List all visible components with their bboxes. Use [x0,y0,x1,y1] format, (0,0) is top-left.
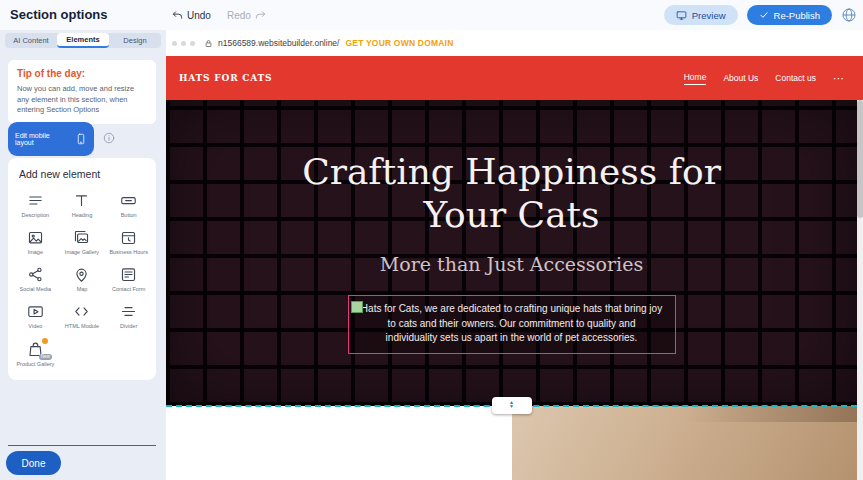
site-logo[interactable]: HATS FOR CATS [179,73,272,83]
add-element-panel: Add new element DescriptionHeadingButton… [8,158,156,380]
hero-heading[interactable]: Crafting Happiness for Your Cats [292,150,732,236]
nav-contact-us[interactable]: Contact us [775,73,816,83]
element-label: Button [121,212,137,219]
element-label: Image [28,249,43,256]
contact-form-icon [120,266,137,283]
url-text: n1566589.websitebuilder.online/ [218,38,339,48]
topbar-actions: Preview Re-Publish [664,0,857,30]
redo-icon [255,10,266,21]
element-label: Contact Form [112,286,145,293]
element-label: Heading [72,212,93,219]
element-business-hours[interactable]: Business Hours [106,229,152,256]
element-image[interactable]: Image [12,229,58,256]
sidebar: AI ContentElementsDesign Tip of the day:… [0,30,166,480]
tip-title: Tip of the day: [17,68,147,79]
done-button[interactable]: Done [6,451,61,475]
tip-card: Tip of the day: Now you can add, move an… [8,60,156,124]
element-label: HTML Module [65,323,99,330]
browser-chrome: n1566589.websitebuilder.online/ GET YOUR… [166,30,863,56]
nav-home[interactable]: Home [684,72,707,85]
element-label: Social Media [20,286,52,293]
hero-paragraph-box[interactable]: Hats for Cats, we are dedicated to craft… [348,295,676,354]
scrollbar[interactable] [857,56,863,480]
window-dot [190,41,195,46]
edit-mobile-label: Edit mobile layout [15,132,69,146]
republish-label: Re-Publish [774,10,820,21]
browser-preview: n1566589.websitebuilder.online/ GET YOUR… [166,30,863,480]
site-nav: HomeAbout UsContact us⋯ [684,72,844,85]
map-pin-icon [73,266,90,283]
handle-dots: ····· [506,408,518,411]
scrollbar-thumb[interactable] [857,100,863,218]
new-badge: New [39,354,52,360]
carpet-photo [512,406,857,480]
mobile-phone-icon [75,133,87,145]
window-dot [181,41,186,46]
element-label: Map [77,286,88,293]
element-image-gallery[interactable]: Image Gallery [59,229,105,256]
history-controls: Undo Redo [172,0,266,30]
element-map[interactable]: Map [59,266,105,293]
site-preview: HATS FOR CATS HomeAbout UsContact us⋯ Cr… [166,56,857,480]
add-element-title: Add new element [19,168,152,180]
nav-more-icon[interactable]: ⋯ [833,74,844,82]
republish-button[interactable]: Re-Publish [747,5,832,25]
tab-design[interactable]: Design [109,33,161,48]
element-drag-handle[interactable] [351,301,363,313]
tip-body: Now you can add, move and resize any ele… [17,84,147,116]
hero-section[interactable]: Crafting Happiness for Your Cats More th… [166,100,857,406]
add-element-grid: DescriptionHeadingButtonImageImage Galle… [12,192,152,368]
undo-label: Undo [187,10,211,21]
edit-mobile-row: Edit mobile layout [8,122,115,156]
tab-ai-content[interactable]: AI Content [5,33,57,48]
site-header: HATS FOR CATS HomeAbout UsContact us⋯ [166,56,857,100]
hero-subheading[interactable]: More than Just Accessories [166,253,857,275]
html-module-icon [73,303,90,320]
element-html-module[interactable]: HTML Module [59,303,105,330]
get-your-own-domain-link[interactable]: GET YOUR OWN DOMAIN [345,38,453,48]
section-resize-handle[interactable]: ▲ ▼ ····· [492,397,532,414]
preview-label: Preview [692,10,726,21]
element-contact-form[interactable]: Contact Form [106,266,152,293]
undo-button[interactable]: Undo [172,10,211,21]
element-label: Product Gallery [16,361,54,368]
element-social-media[interactable]: Social Media [12,266,58,293]
window-dot [172,41,177,46]
scrollbar-header-segment [857,56,863,100]
video-icon [27,303,44,320]
info-icon[interactable] [103,130,115,148]
hero-paragraph: Hats for Cats, we are dedicated to craft… [361,303,662,343]
next-section [166,406,857,480]
element-product-gallery[interactable]: NewProduct Gallery [12,341,58,368]
element-description[interactable]: Description [12,192,58,219]
element-label: Video [28,323,42,330]
image-gallery-icon [73,229,90,246]
tab-elements[interactable]: Elements [57,33,109,48]
image-icon [27,229,44,246]
sidebar-tabs: AI ContentElementsDesign [5,33,161,48]
element-label: Description [22,212,50,219]
lock-icon [204,39,218,48]
topbar: Section options Undo Redo Preview Re-Pub… [0,0,863,30]
redo-button[interactable]: Redo [227,10,266,21]
social-media-icon [27,266,44,283]
undo-icon [172,10,183,21]
window-dots [172,41,195,46]
preview-button[interactable]: Preview [664,5,738,25]
edit-mobile-layout-button[interactable]: Edit mobile layout [8,122,94,156]
element-heading[interactable]: Heading [59,192,105,219]
element-divider[interactable]: Divider [106,303,152,330]
new-badge-dot [42,338,48,344]
divider-icon [120,303,137,320]
business-hours-icon [120,229,137,246]
heading-icon [73,192,90,209]
redo-label: Redo [227,10,251,21]
element-video[interactable]: Video [12,303,58,330]
element-label: Business Hours [109,249,148,256]
element-button[interactable]: Button [106,192,152,219]
check-icon [759,10,769,20]
nav-about-us[interactable]: About Us [723,73,758,83]
sidebar-divider [8,445,156,446]
description-icon [27,192,44,209]
globe-icon[interactable] [841,7,857,23]
